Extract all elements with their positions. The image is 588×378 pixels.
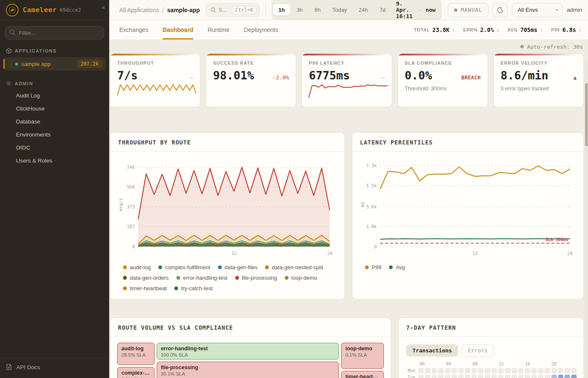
throughput-legend: audit-logcomplex-fulfillmentdata-gen-fil… xyxy=(117,259,338,292)
heatmap-cell xyxy=(418,368,424,373)
heatmap-cell xyxy=(452,375,457,378)
svg-text:373: 373 xyxy=(127,204,135,209)
legend-item-timer-heartbeat[interactable]: timer-heartbeat xyxy=(123,285,167,291)
sidebar-header: Cameleer 69dcce2 « xyxy=(0,0,109,20)
stat-total: TOTAL23.8K↑ xyxy=(414,26,454,33)
heatmap-cell xyxy=(432,375,437,378)
legend-item-file-processing[interactable]: file-processing xyxy=(235,275,277,281)
heatmap-cell xyxy=(445,368,450,373)
manual-refresh-button[interactable]: MANUAL xyxy=(448,3,488,17)
sidebar-item-database[interactable]: Database xyxy=(0,115,109,128)
breadcrumb-all-applications[interactable]: All Applications xyxy=(119,7,159,13)
gear-icon xyxy=(6,81,12,87)
svg-text:24: 24 xyxy=(327,251,333,256)
kpi-sparkline xyxy=(117,84,193,103)
kpi-value: 8.6/min xyxy=(501,69,549,82)
heatmap-cell xyxy=(551,375,557,378)
sidebar-item-clickhouse[interactable]: ClickHouse xyxy=(0,102,109,115)
tab-dashboard[interactable]: Dashboard xyxy=(163,20,193,39)
tab-exchanges[interactable]: Exchanges xyxy=(119,20,148,39)
treemap-tile-complex-fulfil[interactable]: complex-fulfil…0.0% SLA xyxy=(117,367,155,378)
legend-dot xyxy=(265,265,269,269)
legend-item-data-gen-orders[interactable]: data-gen-orders xyxy=(123,275,169,281)
heatmap-cell xyxy=(558,375,564,378)
kpi-title: P99 LATENCY xyxy=(309,60,385,66)
time-range-today[interactable]: Today xyxy=(327,4,352,16)
kpi-value: 6775ms xyxy=(309,69,350,82)
time-range-display[interactable]: 9. Apr. 16:11 — now xyxy=(392,0,441,19)
legend-item-try-catch-test[interactable]: try-catch-test xyxy=(174,285,213,291)
app-logo-icon xyxy=(6,4,18,16)
heatmap-cell xyxy=(571,375,577,378)
legend-item-audit-log[interactable]: audit-log xyxy=(123,264,151,270)
sidebar-item-sample-app[interactable]: › sample app 207.2k xyxy=(3,57,106,71)
legend-item-error-handling-test[interactable]: error-handling-test xyxy=(176,275,228,281)
treemap-tile-error-handling-test[interactable]: error-handling-test100.0% SLA xyxy=(157,343,339,360)
tabs: ExchangesDashboardRuntimeDeployments xyxy=(119,20,278,39)
time-range-24h[interactable]: 24h xyxy=(353,4,373,16)
treemap-column: loop-demo0.1% SLAtimer-heartbeat30.6% SL… xyxy=(341,343,384,378)
heatmap-mode-errors[interactable]: Errors xyxy=(462,344,494,357)
scrollbar-thumb[interactable] xyxy=(585,83,588,146)
time-range-group: 1h3h6hToday24h7d 9. Apr. 16:11 — now xyxy=(272,0,442,21)
treemap-column: error-handling-test100.0% SLAfile-proces… xyxy=(157,343,339,378)
legend-item-data-gen-nested-split[interactable]: data-gen-nested-split xyxy=(265,264,323,270)
chevron-right-icon[interactable]: › xyxy=(10,61,12,66)
legend-item-complex-fulfillment[interactable]: complex-fulfillment xyxy=(158,264,210,270)
panel-latency-percentiles: LATENCY PERCENTILES 01.8k3.6k5.5k7.3k122… xyxy=(352,132,584,299)
svg-text:12: 12 xyxy=(472,251,478,256)
legend-item-data-gen-files[interactable]: data-gen-files xyxy=(218,264,258,270)
kpi-delta: ▲ xyxy=(573,74,577,81)
time-range-3h[interactable]: 3h xyxy=(291,4,308,16)
heatmap-cell xyxy=(545,368,550,373)
dark-mode-toggle[interactable] xyxy=(493,3,508,17)
sidebar-item-oidc[interactable]: OIDC xyxy=(0,141,109,154)
treemap-tile-timer-heartbeat[interactable]: timer-heartbeat30.6% SLA xyxy=(341,371,384,378)
time-range-1h[interactable]: 1h xyxy=(273,4,290,16)
kpi-value: 7/s xyxy=(117,69,138,82)
trend-arrow-icon: ↑ xyxy=(540,27,543,33)
heatmap-cell xyxy=(465,368,470,373)
app-name: Cameleer xyxy=(23,6,57,14)
global-search[interactable]: S… Ctrl+K xyxy=(206,3,260,17)
heatmap-cell xyxy=(505,375,510,378)
sidebar: Cameleer 69dcce2 « APPLICATIONS › sample… xyxy=(0,0,109,378)
svg-text:12: 12 xyxy=(231,251,237,256)
applications-section-header: APPLICATIONS xyxy=(0,42,109,56)
heatmap-mode-transactions[interactable]: Transactions xyxy=(406,344,458,357)
treemap-tile-loop-demo[interactable]: loop-demo0.1% SLA xyxy=(341,343,384,369)
legend-item-loop-demo[interactable]: loop-demo xyxy=(285,275,317,281)
sidebar-item-users-roles[interactable]: Users & Roles xyxy=(0,154,109,167)
treemap-tile-audit-log[interactable]: audit-log28.5% SLA xyxy=(117,343,155,365)
trend-arrow-icon: ↑ xyxy=(579,27,582,33)
sidebar-item-audit-log[interactable]: Audit Log xyxy=(0,89,109,102)
user-menu[interactable]: admin xyxy=(567,7,582,13)
sidebar-item-api-docs[interactable]: API Docs xyxy=(0,357,109,378)
tab-deployments[interactable]: Deployments xyxy=(244,20,278,39)
chevron-down-icon: ▾ xyxy=(556,8,558,12)
stat-p99: P996.8s↑ xyxy=(551,26,581,33)
kpi-value: 98.01% xyxy=(213,69,254,82)
sidebar-item-environments[interactable]: Environments xyxy=(0,128,109,141)
filter-input[interactable] xyxy=(5,26,104,39)
heatmap-cell xyxy=(505,368,510,373)
kpi-subtext: 3 error types tracked xyxy=(501,86,577,92)
heatmap-cell xyxy=(478,368,483,373)
kpi-row: THROUGHPUT7/s–SUCCESS RATE98.01%-2.0%P99… xyxy=(110,53,584,107)
admin-items: Audit LogClickHouseDatabaseEnvironmentsO… xyxy=(0,89,109,167)
svg-text:746: 746 xyxy=(127,165,135,170)
heatmap-cell xyxy=(564,368,570,373)
svg-text:187: 187 xyxy=(127,224,135,229)
time-range-7d[interactable]: 7d xyxy=(374,4,391,16)
legend-item-avg[interactable]: Avg xyxy=(389,264,405,270)
treemap-tile-file-processing[interactable]: file-processing30.1% SLA xyxy=(157,362,339,378)
admin-section-header: ADMIN xyxy=(0,75,109,89)
sidebar-collapse-icon[interactable]: « xyxy=(102,3,105,10)
env-select[interactable]: All Envs ▾ xyxy=(512,3,562,17)
treemap-column: audit-log28.5% SLAcomplex-fulfil…0.0% SL… xyxy=(117,343,155,378)
heatmap-cell xyxy=(558,368,564,373)
time-range-6h[interactable]: 6h xyxy=(309,4,326,16)
svg-text:0: 0 xyxy=(132,244,135,249)
tab-runtime[interactable]: Runtime xyxy=(207,20,229,39)
legend-item-p99[interactable]: P99 xyxy=(365,264,381,270)
